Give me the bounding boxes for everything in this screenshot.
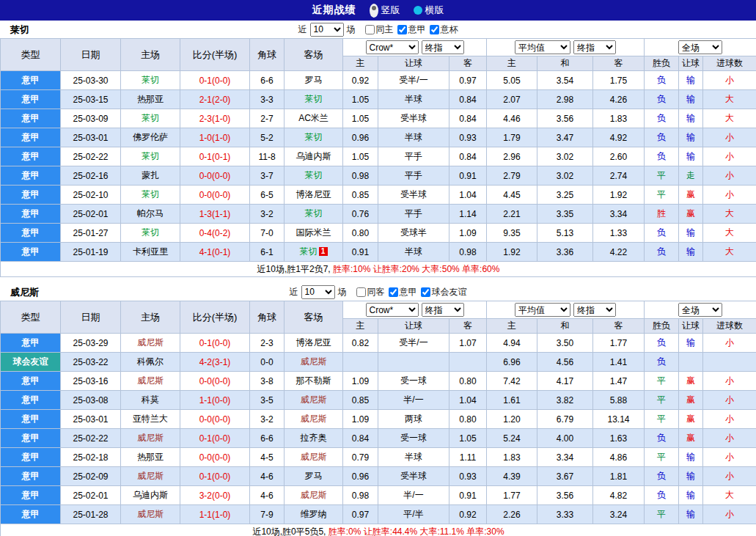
match-type: 球会友谊 — [1, 353, 61, 372]
filter-checkbox-1[interactable]: 意甲 — [394, 23, 426, 36]
away-team[interactable]: 威尼斯 — [285, 486, 343, 505]
odds-away — [449, 353, 487, 372]
summary-row: 近10场,胜1平2负7, 胜率:10% 让胜率:20% 大率:50% 单率:60… — [1, 262, 756, 277]
odds-away: 0.93 — [449, 128, 487, 147]
handicap-result: 输 — [679, 90, 703, 109]
odds-stage-select[interactable]: 终指 — [422, 303, 464, 317]
odds-handicap: 两球 — [378, 410, 449, 429]
column-header: 比分(半场) — [180, 301, 250, 334]
near-label: 近 — [298, 23, 307, 36]
avg-away: 1.81 — [593, 467, 645, 486]
home-team[interactable]: 莱切 — [121, 186, 180, 205]
handicap-result: 输 — [679, 128, 703, 147]
team-section-2: 威尼斯近10场同客意甲球会友谊类型日期主场比分(半场)角球客场Crow*终指平均… — [0, 283, 756, 536]
away-team[interactable]: 威尼斯 — [285, 448, 343, 467]
handicap-result: 输 — [679, 224, 703, 243]
filter-checkbox-2[interactable]: 意杯 — [426, 23, 458, 36]
radio-horizontal-label: 横版 — [425, 4, 444, 17]
away-team[interactable]: 莱切 — [285, 90, 343, 109]
checkbox-group: 同主意甲意杯 — [362, 23, 458, 36]
home-team: 佛罗伦萨 — [121, 128, 180, 147]
filter-checkbox-1[interactable]: 意甲 — [385, 286, 417, 298]
home-team[interactable]: 威尼斯 — [121, 505, 180, 524]
odds-away: 0.84 — [449, 147, 487, 166]
avg-away: 1.47 — [593, 372, 645, 391]
home-team[interactable]: 莱切 — [121, 109, 180, 128]
recent-count-select[interactable]: 10 — [310, 23, 344, 37]
checkbox-input[interactable] — [389, 287, 398, 297]
odds-handicap: 平/半 — [378, 505, 449, 524]
odds-home: 0.96 — [343, 128, 378, 147]
match-type: 意甲 — [1, 391, 61, 410]
avg-draw: 3.47 — [537, 128, 593, 147]
odds-provider-select[interactable]: Crow* — [366, 40, 419, 54]
away-team-name: 莱切 — [305, 208, 323, 219]
radio-vertical[interactable]: 竖版 — [370, 4, 400, 18]
checkbox-input[interactable] — [397, 25, 407, 34]
odds-provider-select[interactable]: Crow* — [366, 303, 419, 317]
avg-home: 1.79 — [487, 128, 537, 147]
away-team[interactable]: 莱切 — [285, 205, 343, 224]
away-team-name: 那不勒斯 — [296, 375, 331, 386]
away-team[interactable]: 威尼斯 — [285, 391, 343, 410]
odds-home — [343, 353, 378, 372]
filter-checkbox-0[interactable]: 同客 — [353, 286, 385, 298]
away-team[interactable]: 莱切 — [285, 166, 343, 186]
away-team-name: 莱切 — [305, 170, 323, 180]
away-team[interactable]: 莱切1 — [285, 243, 343, 262]
scope-select-group: 全场 — [645, 39, 756, 56]
match-date: 25-03-01 — [61, 128, 121, 147]
home-team[interactable]: 莱切 — [121, 71, 180, 90]
away-team[interactable]: 威尼斯 — [285, 353, 343, 372]
avg-home: 6.96 — [487, 353, 537, 372]
corner-score: 3-2 — [250, 205, 285, 224]
filter-checkbox-2[interactable]: 球会友谊 — [417, 286, 467, 298]
checkbox-input[interactable] — [356, 287, 366, 297]
home-team[interactable]: 威尼斯 — [121, 372, 180, 391]
odds-away: 0.84 — [449, 109, 487, 128]
scope-select[interactable]: 全场 — [678, 303, 722, 317]
match-type: 意甲 — [1, 224, 61, 243]
away-team-name: 威尼斯 — [301, 356, 327, 367]
team-name: 莱切 — [10, 23, 29, 37]
home-team[interactable]: 威尼斯 — [121, 429, 180, 448]
home-team[interactable]: 莱切 — [121, 224, 180, 243]
avg-away: 1.41 — [593, 353, 645, 372]
recent-count-select[interactable]: 10 — [301, 285, 335, 299]
avg-away: 1.33 — [593, 224, 645, 243]
match-date: 25-03-22 — [61, 353, 121, 372]
checkbox-input[interactable] — [365, 25, 375, 34]
away-team-name: 威尼斯 — [301, 414, 327, 424]
odds-away: 0.93 — [449, 467, 487, 486]
scope-select[interactable]: 全场 — [678, 40, 722, 54]
avg-draw: 3.02 — [537, 147, 593, 166]
games-label: 场 — [338, 286, 347, 298]
column-header: 日期 — [61, 39, 121, 71]
odds-stage-select[interactable]: 终指 — [422, 40, 464, 54]
avg-away: 4.22 — [593, 243, 645, 262]
away-team-name: 拉齐奥 — [301, 433, 327, 443]
away-team[interactable]: 威尼斯 — [285, 410, 343, 429]
avg-draw: 3.33 — [537, 505, 593, 524]
home-team[interactable]: 威尼斯 — [121, 467, 180, 486]
avg-type-select[interactable]: 平均值 — [515, 40, 570, 54]
match-score: 1-1(1-0) — [180, 505, 250, 524]
home-team[interactable]: 威尼斯 — [121, 334, 180, 353]
home-team[interactable]: 莱切 — [121, 147, 180, 166]
sub-column-header: 和 — [537, 56, 593, 71]
odds-handicap: 受半球 — [378, 186, 449, 205]
match-date: 25-01-28 — [61, 505, 121, 524]
team-section-1: 莱切近10场同主意甲意杯类型日期主场比分(半场)角球客场Crow*终指平均值终指… — [0, 21, 756, 277]
sub-column-header: 客 — [593, 319, 645, 334]
match-date: 25-03-29 — [61, 334, 121, 353]
checkbox-input[interactable] — [421, 287, 430, 297]
avg-stage-select[interactable]: 终指 — [573, 40, 616, 54]
avg-type-select[interactable]: 平均值 — [515, 303, 570, 317]
away-team-name: AC米兰 — [298, 113, 329, 123]
odds-away: 1.07 — [449, 334, 487, 353]
filter-checkbox-0[interactable]: 同主 — [362, 23, 394, 36]
away-team[interactable]: 莱切 — [285, 128, 343, 147]
radio-horizontal[interactable]: 横版 — [414, 4, 444, 17]
checkbox-input[interactable] — [430, 25, 439, 34]
avg-stage-select[interactable]: 终指 — [573, 303, 616, 317]
